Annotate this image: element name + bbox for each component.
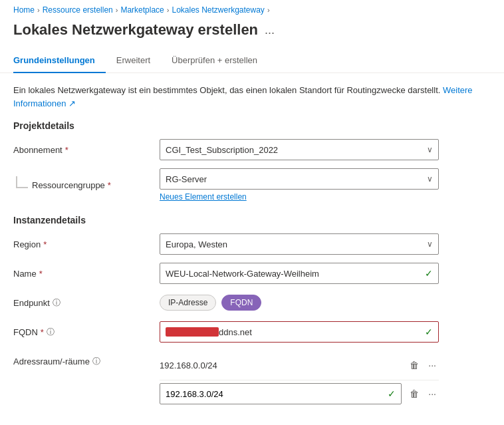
endpoint-fqdn-button[interactable]: FQDN [221, 295, 261, 311]
name-value: WEU-Local-Network-Gateway-Weilheim [166, 269, 319, 279]
region-chevron-icon: ∨ [427, 239, 433, 249]
address-input-field[interactable] [166, 389, 388, 399]
fqdn-check-icon: ✓ [425, 327, 433, 337]
neues-element-link[interactable]: Neues Element erstellen [160, 192, 247, 202]
external-link-icon: ↗ [68, 98, 76, 108]
endpunkt-control: IP-Adresse FQDN [160, 295, 439, 311]
name-check-icon: ✓ [425, 268, 433, 279]
region-dropdown[interactable]: Europa, Westen ∨ [160, 233, 439, 255]
projektdetails-header: Projektdetails [13, 120, 491, 131]
title-menu-button[interactable]: ... [265, 23, 275, 37]
endpunkt-label: Endpunkt ⓘ [13, 297, 160, 309]
abonnement-label: Abonnement * [13, 145, 160, 155]
address-input-check-icon: ✓ [388, 388, 396, 399]
projektdetails-section: Projektdetails Abonnement * CGI_Test_Sub… [13, 120, 491, 202]
abonnement-dropdown[interactable]: CGI_Test_Subscription_2022 ∨ [160, 139, 439, 160]
instanzendetails-header: Instanzendetails [13, 215, 491, 225]
tab-bar: Grundeinstellungen Erweitert Überprüfen … [0, 49, 504, 73]
page-title: Lokales Netzwerkgateway erstellen [13, 21, 258, 39]
tab-erweitert[interactable]: Erweitert [116, 50, 161, 73]
description-text: Ein lokales Netzwerkgateway ist ein best… [13, 84, 491, 110]
fqdn-row: FQDN * ⓘ ddns.net ✓ [13, 321, 491, 343]
name-label: Name * [13, 269, 160, 279]
ressourcengruppe-control: RG-Server ∨ Neues Element erstellen [160, 168, 439, 202]
abonnement-control: CGI_Test_Subscription_2022 ∨ [160, 139, 439, 160]
fqdn-label: FQDN * ⓘ [13, 327, 160, 338]
delete-address-2-button[interactable]: 🗑 [407, 386, 422, 402]
breadcrumb: Home › Ressource erstellen › Marketplace… [0, 0, 504, 19]
abonnement-chevron-icon: ∨ [427, 145, 433, 154]
address-actions-1: 🗑 ··· [407, 357, 439, 373]
delete-address-1-button[interactable]: 🗑 [407, 357, 422, 373]
region-row: Region * Europa, Westen ∨ [13, 233, 491, 255]
address-2-ellipsis-button[interactable]: ··· [426, 386, 439, 402]
endpunkt-info-icon[interactable]: ⓘ [53, 297, 61, 309]
name-row: Name * WEU-Local-Network-Gateway-Weilhei… [13, 263, 491, 284]
ressourcengruppe-dropdown[interactable]: RG-Server ∨ [160, 168, 439, 190]
abonnement-row: Abonnement * CGI_Test_Subscription_2022 … [13, 139, 491, 160]
address-row-1: 192.168.0.0/24 🗑 ··· [160, 353, 439, 377]
address-input-wrapper[interactable]: ✓ [160, 383, 402, 404]
address-value-1: 192.168.0.0/24 [160, 360, 217, 370]
region-value: Europa, Westen [166, 239, 227, 249]
breadcrumb-gateway[interactable]: Lokales Netzwerkgateway [172, 5, 264, 15]
fqdn-input-field[interactable]: ddns.net ✓ [160, 321, 439, 343]
address-input-container: ✓ 🗑 ··· [160, 383, 439, 404]
page-title-row: Lokales Netzwerkgateway erstellen ... [0, 19, 504, 49]
fqdn-value: ddns.net [166, 327, 252, 337]
adressraum-label: Adressraum/-räume ⓘ [13, 356, 160, 367]
ressourcengruppe-label: Ressourcengruppe * [13, 180, 160, 190]
breadcrumb-ressource[interactable]: Ressource erstellen [43, 5, 113, 15]
ressourcengruppe-row: Ressourcengruppe * RG-Server ∨ Neues Ele… [13, 168, 491, 202]
fqdn-redacted-part [166, 327, 219, 337]
breadcrumb-home[interactable]: Home [13, 5, 35, 15]
endpoint-toggle-group: IP-Adresse FQDN [160, 295, 439, 311]
address-1-ellipsis-button[interactable]: ··· [426, 357, 439, 373]
address-actions-2: 🗑 ··· [407, 386, 439, 402]
adressraum-control: 192.168.0.0/24 🗑 ··· ✓ 🗑 ··· [160, 353, 439, 404]
region-label: Region * [13, 239, 160, 249]
endpoint-ip-button[interactable]: IP-Adresse [160, 295, 216, 311]
fqdn-domain-part: ddns.net [219, 327, 252, 337]
name-input[interactable]: WEU-Local-Network-Gateway-Weilheim ✓ [160, 263, 439, 284]
content-area: Ein lokales Netzwerkgateway ist ein best… [0, 73, 504, 425]
tab-ueberpruefen[interactable]: Überprüfen + erstellen [172, 50, 268, 73]
abonnement-required: * [65, 145, 68, 155]
adressraum-info-icon[interactable]: ⓘ [92, 356, 100, 367]
abonnement-value: CGI_Test_Subscription_2022 [166, 145, 278, 155]
ressourcengruppe-chevron-icon: ∨ [427, 174, 433, 184]
name-control: WEU-Local-Network-Gateway-Weilheim ✓ [160, 263, 439, 284]
tab-grundeinstellungen[interactable]: Grundeinstellungen [13, 50, 106, 73]
ressourcengruppe-value: RG-Server [166, 174, 207, 184]
endpunkt-row: Endpunkt ⓘ IP-Adresse FQDN [13, 292, 491, 313]
instanzendetails-section: Instanzendetails Region * Europa, Westen… [13, 215, 491, 404]
fqdn-info-icon[interactable]: ⓘ [47, 327, 55, 338]
ressourcengruppe-required: * [108, 180, 111, 190]
adressraum-row: Adressraum/-räume ⓘ 192.168.0.0/24 🗑 ··· [13, 351, 491, 404]
fqdn-control: ddns.net ✓ [160, 321, 439, 343]
breadcrumb-marketplace[interactable]: Marketplace [120, 5, 164, 15]
region-control: Europa, Westen ∨ [160, 233, 439, 255]
